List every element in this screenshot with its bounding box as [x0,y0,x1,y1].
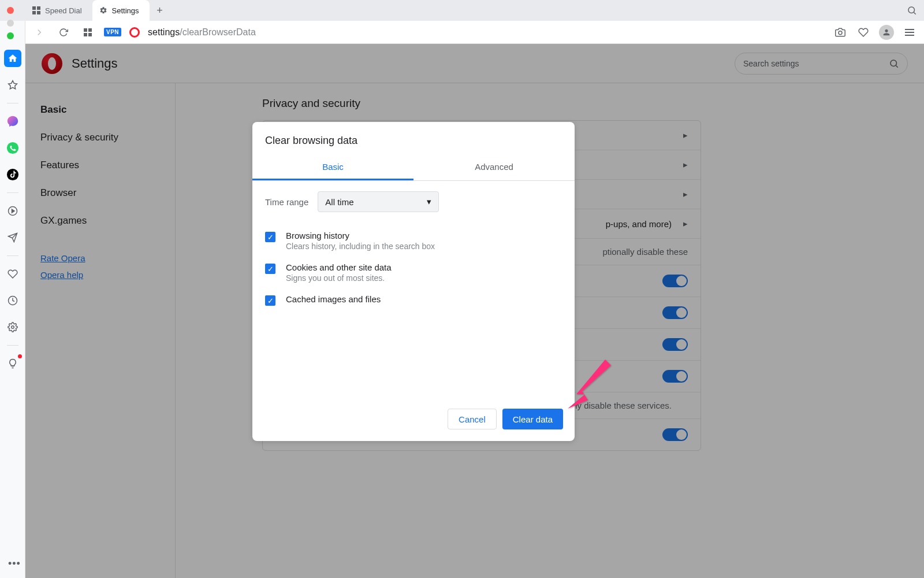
clock-icon [8,295,18,306]
rail-send[interactable] [4,229,21,246]
profile-button[interactable] [879,25,894,40]
svg-marker-3 [8,81,17,89]
minimize-window-dot[interactable] [7,20,14,27]
tab-strip: Speed Dial Settings + [0,0,924,21]
messenger-icon [6,115,19,128]
send-icon [8,232,18,243]
dialog-title: Clear browsing data [252,122,575,155]
rail-pinboards[interactable] [4,265,21,283]
svg-line-1 [914,12,915,14]
svg-point-5 [6,169,18,180]
url-text[interactable]: settings/clearBrowserData [148,27,256,38]
rail-separator [7,345,18,346]
time-range-label: Time range [265,197,308,207]
rail-more[interactable]: ••• [8,558,21,570]
heart-icon [8,269,18,279]
tab-label: Settings [112,6,139,15]
svg-point-11 [11,326,14,329]
rail-tips[interactable] [4,355,21,372]
tab-settings[interactable]: Settings [92,0,150,21]
notification-dot [18,354,22,358]
check-browsing-history[interactable]: ✓ Browsing history Clears history, inclu… [265,225,562,257]
address-bar: VPN settings/clearBrowserData [0,21,924,44]
whatsapp-icon [6,142,19,154]
avatar-icon [879,25,894,40]
tab-speed-dial[interactable]: Speed Dial [25,0,92,21]
tab-basic[interactable]: Basic [252,155,413,180]
grid-icon [84,28,92,36]
forward-button[interactable] [31,24,47,40]
time-range-select[interactable]: All time ▾ [318,191,439,212]
checkbox-icon[interactable]: ✓ [265,232,275,242]
checkbox-icon[interactable]: ✓ [265,264,275,274]
tab-label: Speed Dial [45,6,82,15]
rail-whatsapp[interactable] [4,139,21,157]
time-range-value: All time [325,197,353,207]
camera-icon [835,27,845,38]
chevron-right-icon [34,27,44,38]
rail-history[interactable] [4,292,21,309]
gear-icon [8,322,18,332]
window-controls [7,7,14,39]
svg-point-0 [908,7,915,13]
menu-icon [905,29,914,36]
tiktok-icon [6,168,19,181]
check-cookies[interactable]: ✓ Cookies and other site data Signs you … [265,257,562,288]
new-tab-button[interactable]: + [152,2,168,18]
svg-point-2 [839,31,842,34]
speed-dial-button[interactable] [80,24,96,40]
dialog-tabs: Basic Advanced [252,155,575,181]
heart-icon [858,27,869,38]
rail-bookmarks[interactable] [4,76,21,94]
check-sublabel: Clears history, including in the search … [286,242,435,251]
star-icon [8,80,18,90]
tab-search-button[interactable] [904,3,919,18]
svg-marker-7 [12,209,14,213]
check-label: Cookies and other site data [286,262,392,272]
clear-data-button[interactable]: Clear data [502,409,563,429]
check-label: Browsing history [286,231,435,240]
maximize-window-dot[interactable] [7,32,14,39]
tab-advanced[interactable]: Advanced [413,155,575,180]
rail-messenger[interactable] [4,113,21,130]
bulb-icon [8,358,18,369]
rail-separator [7,192,18,193]
check-label: Cached images and files [286,294,381,304]
check-cache[interactable]: ✓ Cached images and files [265,288,562,312]
chevron-down-icon: ▾ [427,197,431,207]
home-icon [8,53,18,64]
play-circle-icon [8,206,18,216]
rail-player[interactable] [4,202,21,220]
rail-separator [7,103,18,103]
bookmark-button[interactable] [856,25,871,40]
rail-home[interactable] [4,50,21,67]
checkbox-icon[interactable]: ✓ [265,295,275,306]
reload-button[interactable] [55,24,72,40]
snapshot-button[interactable] [833,25,848,40]
sidebar-rail: ••• [0,21,25,578]
search-icon [907,5,917,16]
speed-dial-icon [32,6,40,14]
check-sublabel: Signs you out of most sites. [286,273,392,283]
close-window-dot[interactable] [7,7,14,14]
svg-point-4 [6,142,18,154]
rail-settings[interactable] [4,318,21,336]
clear-browsing-data-dialog: Clear browsing data Basic Advanced Time … [252,122,575,441]
vpn-badge[interactable]: VPN [104,28,121,36]
cancel-button[interactable]: Cancel [448,409,497,429]
easy-setup-button[interactable] [902,25,917,40]
rail-tiktok[interactable] [4,166,21,183]
gear-icon [99,6,107,14]
rail-separator [7,255,18,256]
reload-icon [59,28,68,37]
opera-icon [129,27,140,38]
